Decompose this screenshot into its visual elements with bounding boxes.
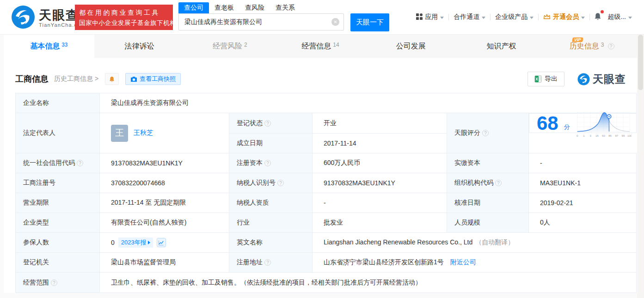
help-icon[interactable]: ? <box>264 160 271 166</box>
help-icon[interactable]: ? <box>495 180 502 186</box>
search-tab-relation[interactable]: 查关系 <box>270 2 301 13</box>
tab-operation-info[interactable]: 经营信息 14 <box>275 35 366 58</box>
tab-label: 经营风险 <box>213 42 242 51</box>
svg-text:0: 0 <box>577 134 578 137</box>
company-tabs: 基本信息 33 法律诉讼 经营风险 2 经营信息 14 公司发展 知识产权 VI… <box>4 35 637 58</box>
reg-number-label: 工商注册号 <box>16 173 100 193</box>
tab-count: 3 <box>601 42 604 48</box>
legal-rep-avatar[interactable]: 王 <box>111 125 128 142</box>
svg-text:15: 15 <box>595 134 599 137</box>
staff-size-label: 人员规模 <box>447 213 529 233</box>
insured-value-cell: 0 2023年报 <box>100 233 229 253</box>
trend-chart-icon[interactable] <box>157 238 166 247</box>
help-icon[interactable]: ? <box>51 280 57 286</box>
staff-size-value: 0人 <box>529 213 637 233</box>
export-button-label: 导出 <box>545 75 558 83</box>
nav-apps-label: 应用 <box>425 13 438 21</box>
nearby-companies-link[interactable]: 附近公司 <box>450 258 476 266</box>
legal-rep-link[interactable]: 王秋芝 <box>134 129 153 137</box>
subscribe-bell-button[interactable] <box>105 73 119 85</box>
help-icon[interactable]: ? <box>77 160 83 166</box>
tianyancha-logo-icon <box>577 73 590 85</box>
tab-label: 基本信息 <box>30 42 60 51</box>
promo-banner: 都在用的商业查询工具 国家中小企业发展子基金旗下机构 <box>75 5 173 30</box>
score-distribution-chart: 0 1 3 15 50 85 97 99 100 <box>576 105 632 141</box>
history-business-info-link[interactable]: 历史工商信息 > <box>54 75 98 83</box>
org-code-label: 组织机构代码? <box>447 173 529 193</box>
tab-label: 公司发展 <box>396 42 426 51</box>
legal-rep-value: 王 王秋芝 <box>100 113 229 153</box>
paid-capital-label: 实缴资本 <box>447 153 529 173</box>
auto-translate-note: （自动翻译） <box>475 238 514 246</box>
section-title: 工商信息 <box>15 73 49 85</box>
help-icon[interactable]: ? <box>264 259 271 266</box>
help-icon[interactable]: ? <box>264 120 271 127</box>
crown-icon <box>543 13 551 21</box>
site-logo[interactable]: 天眼查 TianYanCha.com <box>11 5 86 31</box>
scrollbar-thumb[interactable] <box>638 35 643 90</box>
top-nav: 应用 合作通道 企业级产品 开通会员 <box>411 12 637 22</box>
tab-count: 33 <box>61 42 67 48</box>
company-name-value: 梁山佳成再生资源有限公司 <box>100 93 637 113</box>
reg-capital-value: 600万人民币 <box>313 153 447 173</box>
clear-search-icon[interactable]: ✕ <box>331 18 339 26</box>
paid-capital-value: - <box>529 153 637 173</box>
help-icon[interactable]: ? <box>277 180 284 186</box>
svg-text:3: 3 <box>589 134 591 137</box>
svg-text:1: 1 <box>583 134 585 137</box>
nav-partner[interactable]: 合作通道 <box>449 13 490 21</box>
nav-partner-label: 合作通道 <box>454 13 479 21</box>
nav-member[interactable]: 开通会员 <box>539 13 589 21</box>
excel-icon <box>534 75 542 83</box>
tab-label: 历史信息 <box>570 42 599 51</box>
banner-line2: 国家中小企业发展子基金旗下机构 <box>79 18 169 28</box>
search-input[interactable] <box>178 13 344 30</box>
score-value-cell[interactable]: 68 分 <box>529 113 637 133</box>
export-button[interactable]: 导出 <box>527 72 564 86</box>
reg-status-value: 开业 <box>313 113 447 134</box>
nav-user[interactable]: 超级... <box>606 13 637 21</box>
tab-basic-info[interactable]: 基本信息 33 <box>4 35 94 58</box>
business-info-table: 企业名称 梁山佳成再生资源有限公司 法定代表人 王 王秋芝 登记状态? 开业 天… <box>15 93 637 293</box>
tab-company-development[interactable]: 公司发展 <box>366 35 456 58</box>
help-icon[interactable]: ? <box>482 130 489 136</box>
tianyancha-logo-icon <box>11 5 35 31</box>
nav-user-label: 超级... <box>607 13 626 21</box>
table-row: 营业期限 2017-11-14 至 无固定期限 纳税人资质 - 核准日期 201… <box>16 193 637 213</box>
nav-apps[interactable]: 应用 <box>411 13 448 21</box>
triangle-right-icon <box>148 241 150 244</box>
help-icon[interactable]: ? <box>608 43 614 49</box>
tab-count: 14 <box>333 42 339 48</box>
registry-label: 登记机关 <box>16 253 100 273</box>
tab-operation-risk[interactable]: 经营风险 2 <box>184 35 275 58</box>
taxpayer-quality-label: 纳税人资质 <box>229 193 313 213</box>
reg-status-label: 登记状态? <box>229 113 313 134</box>
tianyancha-watermark: 天眼查 <box>577 72 626 86</box>
establish-date-value: 2017-11-14 <box>313 134 447 153</box>
business-term-label: 营业期限 <box>16 193 100 213</box>
section-header: 工商信息 历史工商信息 > 查看工商快照 导 <box>4 58 637 93</box>
vip-badge: VIP <box>572 37 583 42</box>
svg-text:85: 85 <box>608 134 612 137</box>
english-name-label: 英文名称 <box>229 233 313 253</box>
insured-count: 0 <box>111 239 115 246</box>
search-tab-risk[interactable]: 查风险 <box>239 2 270 13</box>
score-label: 天眼评分? <box>447 113 529 153</box>
tab-history-info[interactable]: VIP 历史信息 3 ? <box>546 35 637 58</box>
scrollbar[interactable] <box>637 35 644 298</box>
table-row: 企业类型 有限责任公司(自然人独资) 行业 批发业 人员规模 0人 <box>16 213 637 233</box>
search-tab-boss[interactable]: 查老板 <box>209 2 239 13</box>
business-snapshot-button[interactable]: 查看工商快照 <box>125 73 181 85</box>
nav-enterprise-label: 企业级产品 <box>495 13 527 21</box>
nav-enterprise[interactable]: 企业级产品 <box>491 13 538 21</box>
search-tab-company[interactable]: 查公司 <box>178 2 209 13</box>
tab-intellectual-property[interactable]: 知识产权 <box>456 35 547 58</box>
watermark-label: 天眼查 <box>593 72 626 86</box>
taxpayer-id-label: 纳税人识别号? <box>229 173 313 193</box>
chevron-right-icon: > <box>95 75 98 82</box>
search-tabs: 查公司 查老板 查风险 查关系 <box>178 1 389 13</box>
search-button[interactable]: 天眼一下 <box>350 13 389 31</box>
tab-legal-litigation[interactable]: 法律诉讼 <box>94 35 185 58</box>
notification-bell-icon[interactable] <box>590 12 606 22</box>
annual-report-link[interactable]: 2023年报 <box>118 237 153 248</box>
